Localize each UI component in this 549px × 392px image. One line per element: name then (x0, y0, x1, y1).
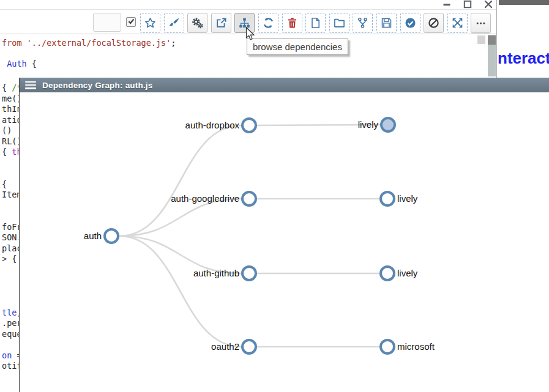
toolbar-button-settings[interactable] (187, 13, 207, 33)
maximize-button[interactable] (463, 1, 472, 10)
graph-node-auth-dropbox[interactable] (242, 119, 256, 132)
graph-node-lively-1[interactable] (381, 118, 395, 131)
graph-edge (119, 125, 241, 236)
graph-node-microsoft[interactable] (381, 340, 394, 353)
background-window-strip (499, 0, 549, 5)
gears-icon (192, 17, 203, 29)
code-line: from '../external/focalStorage.js'; (2, 38, 176, 48)
screen: nteractiv (0, 0, 549, 392)
star-icon (144, 17, 156, 29)
ellipsis-icon (475, 17, 487, 29)
close-button[interactable] (484, 1, 493, 10)
trash-icon (286, 17, 298, 29)
code-line: Auth { (2, 59, 37, 69)
code-line: { (2, 179, 7, 190)
scrollbar-corner (477, 35, 485, 44)
background-heading-text: nteractiv (498, 49, 549, 68)
toolbar-button-expand[interactable] (447, 13, 468, 33)
external-link-icon (215, 17, 227, 29)
graph-node-auth[interactable] (105, 229, 118, 243)
graph-node-auth-googledrive[interactable] (242, 192, 256, 205)
toolbar-button-open-folder[interactable] (329, 13, 349, 33)
code-line: () (2, 125, 17, 136)
toolbar-button-open-external[interactable] (211, 13, 231, 33)
window-controls (437, 0, 496, 10)
graph-node-label: lively (358, 119, 379, 130)
graph-node-label: oauth2 (211, 341, 239, 352)
dependency-graph-panel: Dependency Graph: auth.js authauth-dropb… (19, 78, 549, 392)
graph-node-label: auth-github (193, 268, 239, 278)
toolbar-button-git-branch[interactable] (353, 13, 373, 33)
graph-node-lively-2[interactable] (381, 192, 394, 205)
floppy-icon (381, 17, 392, 29)
graph-node-label: auth-dropbox (185, 120, 240, 130)
toolbar-button-accept[interactable] (400, 13, 420, 33)
no-entry-icon (428, 17, 439, 29)
checkmark-icon (127, 17, 135, 28)
graph-node-label: auth-googledrive (171, 193, 239, 204)
refresh-icon (263, 17, 274, 29)
panel-title: Dependency Graph: auth.js (42, 81, 153, 90)
folder-icon (334, 17, 345, 29)
mouse-cursor-icon (245, 27, 256, 44)
paintbrush-icon (168, 17, 180, 29)
graph-node-label: auth (84, 231, 102, 241)
check-circle-icon (405, 17, 416, 29)
tooltip: browse dependencies (247, 39, 348, 55)
toolbar-button-delete[interactable] (282, 13, 302, 33)
vertical-scrollbar[interactable] (488, 35, 496, 76)
menu-icon[interactable] (25, 81, 36, 89)
graph-edge (119, 236, 241, 347)
graph-edge (119, 199, 241, 236)
git-branch-icon (357, 17, 368, 29)
graph-node-label: microsoft (397, 341, 435, 352)
toolbar-button-refresh[interactable] (258, 13, 278, 33)
toolbar-button-more[interactable] (471, 13, 491, 33)
graph-node-label: lively (397, 268, 418, 278)
toolbar-checkbox[interactable] (126, 17, 136, 27)
toolbar-button-new-file[interactable] (305, 13, 326, 33)
graph-node-auth-github[interactable] (242, 267, 256, 280)
scrollbar-thumb[interactable] (488, 35, 496, 45)
tooltip-text: browse dependencies (253, 42, 342, 52)
toolbar-button-save[interactable] (376, 13, 397, 33)
dependency-graph: authauth-dropboxauth-googledriveauth-git… (20, 92, 549, 392)
expand-icon (452, 17, 463, 29)
minimize-button[interactable] (442, 1, 452, 10)
graph-node-lively-3[interactable] (381, 267, 394, 280)
toolbar-button-star[interactable] (140, 13, 160, 33)
file-icon (310, 17, 321, 29)
code-line: > { (2, 254, 17, 264)
toolbar-button-paintbrush[interactable] (164, 13, 184, 33)
toolbar-button-cancel[interactable] (424, 13, 444, 33)
panel-header[interactable]: Dependency Graph: auth.js (20, 78, 549, 92)
graph-node-label: lively (397, 193, 418, 204)
graph-node-oauth2[interactable] (242, 340, 256, 353)
input-fragment[interactable] (93, 13, 121, 32)
